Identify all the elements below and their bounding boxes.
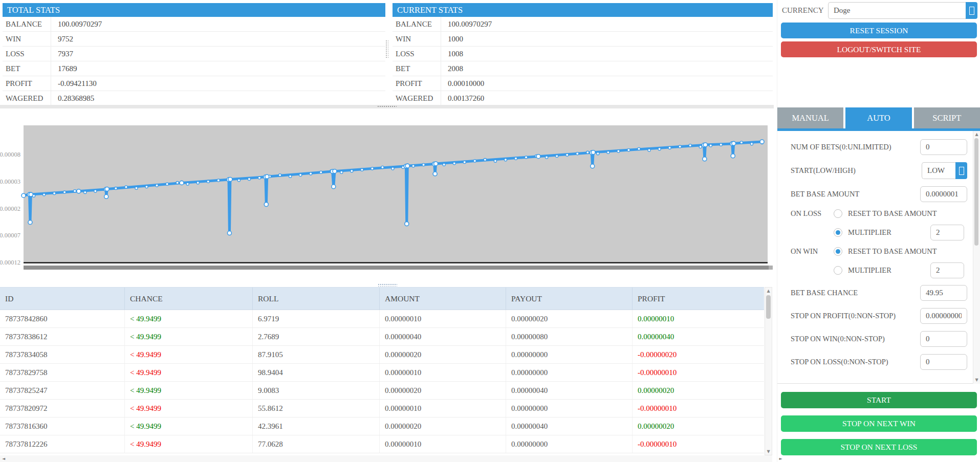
stop-on-profit-label: STOP ON PROFIT(0:NON-STOP) [791, 312, 920, 320]
tab-script[interactable]: SCRIPT [914, 107, 980, 128]
control-panel: CURRENCY Doge RESET SESSION LOGOUT/SWITC… [777, 0, 980, 462]
stop-on-win-row: STOP ON WIN(0:NON-STOP) [791, 331, 967, 347]
on-loss-multiplier-input[interactable] [930, 225, 964, 240]
chart-scrollbar-end [769, 266, 773, 270]
on-win-label: ON WIN [791, 247, 834, 256]
scroll-down-icon[interactable]: ▼ [765, 448, 772, 455]
scroll-up-icon[interactable]: ▲ [765, 288, 772, 294]
scroll-up-icon[interactable]: ▲ [973, 131, 980, 137]
bet-base-amount-input[interactable] [920, 186, 967, 202]
on-win-group: ON WIN RESET TO BASE AMOUNT MULTIPLIER [791, 247, 967, 278]
start-low-high-row: START(LOW/HIGH) LOW [791, 162, 967, 179]
form-vertical-scrollbar[interactable]: ▲ ▼ [973, 131, 980, 384]
on-win-multiplier-radio[interactable] [834, 266, 842, 275]
table-row: 78737825247< 49.94999.00830.000000200.00… [0, 382, 764, 400]
stats-row: BET2008 [393, 61, 773, 76]
on-loss-reset-label: RESET TO BASE AMOUNT [848, 209, 937, 218]
auto-bet-form: NUM OF BETS(0:UNLIMITED) START(LOW/HIGH)… [777, 131, 973, 384]
currency-select[interactable]: Doge [828, 2, 966, 19]
on-win-multiplier-label: MULTIPLIER [848, 266, 891, 275]
bet-table-header: ID CHANCE ROLL AMOUNT PAYOUT PROFIT [0, 287, 764, 310]
on-loss-multiplier-label: MULTIPLIER [848, 228, 891, 237]
stop-on-loss-label: STOP ON LOSS(0:NON-STOP) [791, 358, 920, 366]
column-header-id: ID [0, 288, 125, 310]
y-axis-tick-label: 0.00008 [0, 151, 20, 158]
scrollbar-thumb[interactable] [974, 138, 978, 246]
num-of-bets-input[interactable] [920, 139, 967, 155]
scroll-down-icon[interactable]: ▼ [973, 377, 980, 383]
on-loss-multiplier-radio[interactable] [834, 228, 842, 237]
y-axis-tick-label: -0.00007 [0, 232, 20, 239]
column-header-profit: PROFIT [633, 288, 764, 310]
stop-on-next-loss-button[interactable]: STOP ON NEXT LOSS [781, 439, 977, 455]
tab-auto[interactable]: AUTO [845, 107, 911, 128]
stats-row: BALANCE100.00970297 [3, 17, 385, 32]
start-button[interactable]: START [781, 392, 977, 408]
on-loss-group: ON LOSS RESET TO BASE AMOUNT MULTIPLIER [791, 209, 967, 240]
table-splitter-handle[interactable] [378, 283, 397, 287]
tab-manual[interactable]: MANUAL [777, 107, 843, 128]
current-stats-title: CURRENT STATS [393, 3, 773, 17]
bet-base-chance-input[interactable] [920, 285, 967, 301]
current-stats-table: CURRENT STATS BALANCE100.00970297 WIN100… [393, 3, 773, 106]
on-win-reset-radio[interactable] [834, 247, 842, 256]
stats-row: PROFIT0.00010000 [393, 76, 773, 91]
table-row: 78737838612< 49.94992.76890.000000400.00… [0, 328, 764, 346]
stats-row: WIN9752 [3, 32, 385, 47]
bet-base-amount-row: BET BASE AMOUNT [791, 186, 967, 202]
logout-switch-site-button[interactable]: LOGOUT/SWITCH SITE [781, 41, 977, 57]
scroll-left-icon[interactable]: ◄ [0, 455, 7, 462]
chart-scrollbar [24, 266, 773, 270]
currency-value: Doge [834, 6, 851, 15]
stats-row: WIN1000 [393, 32, 773, 47]
table-horizontal-scrollbar[interactable]: ◄ ► [0, 455, 772, 462]
currency-row: CURRENCY Doge [782, 2, 977, 19]
stop-on-next-win-button[interactable]: STOP ON NEXT WIN [781, 415, 977, 432]
stop-on-profit-row: STOP ON PROFIT(0:NON-STOP) [791, 308, 967, 324]
table-row: 78737812226< 49.949977.06280.000000100.0… [0, 435, 764, 453]
table-row: 78737816360< 49.949942.39610.000000200.0… [0, 417, 764, 435]
column-header-roll: ROLL [253, 288, 380, 310]
chart-plot-area [24, 125, 768, 262]
stop-on-loss-row: STOP ON LOSS(0:NON-STOP) [791, 354, 967, 370]
scrollbar-thumb[interactable] [766, 295, 771, 319]
num-of-bets-row: NUM OF BETS(0:UNLIMITED) [791, 139, 967, 155]
table-row: 78737834058< 49.949987.91050.000000200.0… [0, 346, 764, 364]
stop-on-loss-input[interactable] [920, 354, 967, 370]
main-column: TOTAL STATS BALANCE100.00970297 WIN9752 … [0, 0, 774, 462]
currency-label: CURRENCY [782, 6, 828, 15]
reset-session-button[interactable]: RESET SESSION [781, 23, 977, 38]
column-header-amount: AMOUNT [380, 288, 506, 310]
horizontal-splitter[interactable] [0, 105, 774, 108]
mode-tabs: MANUAL AUTO SCRIPT [777, 107, 980, 128]
bet-base-chance-label: BET BASE CHANCE [791, 289, 920, 297]
table-row: 78737820972< 49.949955.86120.000000100.0… [0, 400, 764, 417]
table-vertical-scrollbar[interactable]: ▲ ▼ [765, 287, 772, 455]
column-header-chance: CHANCE [125, 288, 253, 310]
y-axis-tick-label: 0.00003 [0, 178, 20, 185]
stop-on-win-label: STOP ON WIN(0:NON-STOP) [791, 335, 920, 343]
stop-on-profit-input[interactable] [920, 308, 967, 324]
dropdown-caret-icon [959, 167, 964, 175]
bet-base-chance-row: BET BASE CHANCE [791, 285, 967, 301]
start-low-high-label: START(LOW/HIGH) [791, 166, 922, 175]
on-win-multiplier-input[interactable] [930, 262, 964, 278]
total-stats-table: TOTAL STATS BALANCE100.00970297 WIN9752 … [3, 3, 385, 106]
stop-on-win-input[interactable] [920, 331, 967, 347]
stats-row: BALANCE100.00970297 [393, 17, 773, 32]
bet-base-amount-label: BET BASE AMOUNT [791, 190, 920, 199]
start-select-value: LOW [927, 166, 945, 175]
start-select[interactable]: LOW [922, 162, 955, 179]
stats-splitter-handle[interactable] [385, 40, 388, 58]
stats-row: WAGERED0.28368985 [3, 91, 385, 106]
y-axis-tick-label: -0.00002 [0, 205, 20, 212]
on-loss-reset-radio[interactable] [834, 209, 842, 218]
splitter-grip-icon [377, 105, 397, 108]
on-loss-label: ON LOSS [791, 209, 834, 218]
start-dropdown-button[interactable] [955, 162, 967, 179]
y-axis-tick-label: -0.00012 [0, 259, 20, 266]
table-row: 78737842860< 49.94996.97190.000000100.00… [0, 310, 764, 328]
stats-row: WAGERED0.00137260 [393, 91, 773, 106]
currency-dropdown-button[interactable] [966, 2, 977, 19]
column-header-payout: PAYOUT [506, 288, 633, 310]
